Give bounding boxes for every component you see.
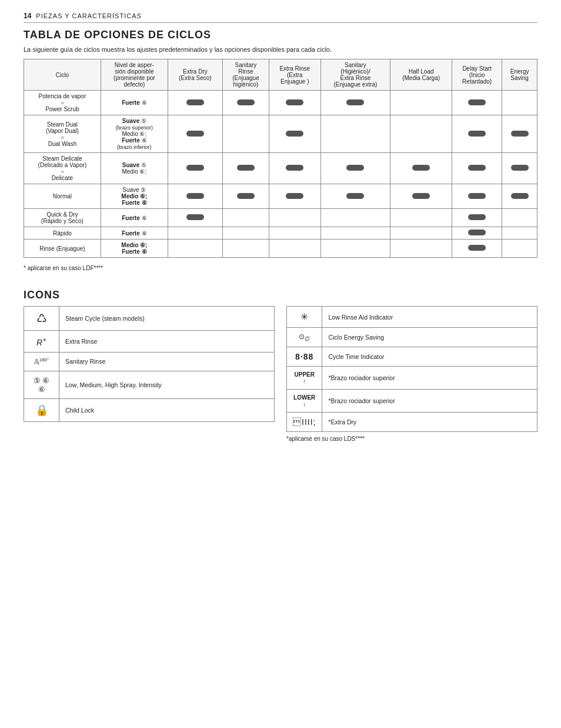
icons-left-col: ♺ Steam Cycle (steam models) R+ Extra Ri… (24, 306, 275, 442)
delay-powerscrub (452, 91, 502, 115)
spray-rinse: Medio ⑥;Fuerte ⑥ (101, 240, 168, 258)
icons-right-table: ✳ Low Rinse Aid Indicator ⊙∅ Ciclo Energ… (286, 306, 537, 432)
table-row: Quick & Dry(Rápido y Seco) Fuerte ⑥ (24, 209, 537, 227)
energy-quickdry (502, 209, 537, 227)
extra-rinse-label: Extra Rinse (59, 331, 275, 353)
halfload-rapido (390, 227, 452, 240)
extradry-rinse (168, 240, 222, 258)
upper-arm-icon: UPPER ↑ (287, 367, 322, 390)
page-section: PIEZAS Y CARACTERÍSTICAS (36, 12, 141, 19)
halfload-steamdual (390, 115, 452, 153)
icons-title: ICONS (24, 289, 537, 301)
lower-arm-icon: LOWER ↓ (287, 390, 322, 413)
col-half-load: Half Load(Media Carga) (390, 59, 452, 91)
sanextra-powerscrub (320, 91, 390, 115)
cycle-footnote: * aplicarse en su caso LDF**** (24, 265, 537, 271)
cycle-name-powerscrub: Potencia de vapor○Power Scrub (24, 91, 101, 115)
icons-section: ICONS ♺ Steam Cycle (steam models) R+ Ex… (24, 289, 537, 442)
col-sanitary-rinse: SanitaryRinse(Enjuaguehigiénico) (222, 59, 269, 91)
spray-rapido: Fuerte ⑥ (101, 227, 168, 240)
col-energy: EnergySaving (502, 59, 537, 91)
list-item: UPPER ↑ *Brazo rociador superior (287, 367, 537, 390)
table-row: Steam Dual(Vapor Dual)○Dual Wash Suave ⑤… (24, 115, 537, 153)
child-lock-icon: 🔒 (24, 398, 59, 421)
spray-intensity-icon: ⑤ ⑥ ⑥ (24, 371, 59, 398)
col-spray: Nivel de asper-sión disponible(prominent… (101, 59, 168, 91)
extrarinse-quickdry (269, 209, 320, 227)
cycle-title: TABLA DE OPCIONES DE CICLOS (24, 29, 537, 41)
icons-grid: ♺ Steam Cycle (steam models) R+ Extra Ri… (24, 306, 537, 442)
sanrinse-rinse (222, 240, 269, 258)
table-row: Rinse (Enjuague) Medio ⑥;Fuerte ⑥ (24, 240, 537, 258)
cycle-time-icon: 8·88 (287, 347, 322, 367)
delay-steamdual (452, 115, 502, 153)
extra-dry-icon: IIII; (287, 413, 322, 432)
list-item: ⑤ ⑥ ⑥ Low, Medium, High Spray, Intensity (24, 371, 275, 398)
col-extra-dry: Extra Dry(Extra Seco) (168, 59, 222, 91)
table-row: Steam Delicate(Delicado a Vapor)○Delicat… (24, 153, 537, 184)
delay-normal (452, 184, 502, 209)
col-ciclo: Ciclo (24, 59, 101, 91)
upper-arm-label: *Brazo rociador superior (322, 367, 537, 390)
icons-right-col: ✳ Low Rinse Aid Indicator ⊙∅ Ciclo Energ… (286, 306, 537, 442)
sanextra-steamdelicate (320, 153, 390, 184)
energy-rinse (502, 240, 537, 258)
page-header: 14 PIEZAS Y CARACTERÍSTICAS (24, 12, 537, 23)
icons-footnote: *aplicarse en su caso LDS**** (286, 436, 537, 442)
steam-cycle-icon: ♺ (24, 307, 59, 331)
extra-dry-label: *Extra Dry (322, 413, 537, 432)
halfload-quickdry (390, 209, 452, 227)
sanextra-steamdual (320, 115, 390, 153)
cycle-desc: La siguiente guía de ciclos muestra los … (24, 46, 537, 53)
icons-left-table: ♺ Steam Cycle (steam models) R+ Extra Ri… (24, 306, 275, 422)
table-row: Rápido Fuerte ⑥ (24, 227, 537, 240)
halfload-steamdelicate (390, 153, 452, 184)
energy-saving-label: Ciclo Energy Saving (322, 328, 537, 347)
energy-normal (502, 184, 537, 209)
list-item: ⊙∅ Ciclo Energy Saving (287, 328, 537, 347)
spray-intensity-label: Low, Medium, High Spray, Intensity (59, 371, 275, 398)
sanextra-rapido (320, 227, 390, 240)
extrarinse-rinse (269, 240, 320, 258)
extradry-rapido (168, 227, 222, 240)
spray-powerscrub: Fuerte ⑥ (101, 91, 168, 115)
sanrinse-steamdelicate (222, 153, 269, 184)
cycle-name-steamdual: Steam Dual(Vapor Dual)○Dual Wash (24, 115, 101, 153)
steam-cycle-label: Steam Cycle (steam models) (59, 307, 275, 331)
cycle-options-table: Ciclo Nivel de asper-sión disponible(pro… (24, 59, 537, 258)
list-item: 𝔸160° Sanitary Rinse (24, 352, 275, 371)
cycle-time-label: Cycle Time Indicator (322, 347, 537, 367)
rinse-aid-label: Low Rinse Aid Indicator (322, 307, 537, 328)
halfload-normal (390, 184, 452, 209)
sanitary-rinse-icon: 𝔸160° (24, 352, 59, 371)
energy-steamdual (502, 115, 537, 153)
halfload-rinse (390, 240, 452, 258)
list-item: R+ Extra Rinse (24, 331, 275, 353)
col-delay-start: Delay Start(InicioRetardado) (452, 59, 502, 91)
lower-arm-label: *Brazo rociador superior (322, 390, 537, 413)
list-item: 8·88 Cycle Time Indicator (287, 347, 537, 367)
spray-steamdual: Suave ⑤(brazo superior)Medio ⑥;Fuerte ⑥(… (101, 115, 168, 153)
spray-quickdry: Fuerte ⑥ (101, 209, 168, 227)
page-number: 14 (24, 12, 31, 20)
sanrinse-normal (222, 184, 269, 209)
extradry-steamdual (168, 115, 222, 153)
sanitary-rinse-label: Sanitary Rinse (59, 352, 275, 371)
delay-rapido (452, 227, 502, 240)
sanrinse-rapido (222, 227, 269, 240)
sanextra-quickdry (320, 209, 390, 227)
delay-quickdry (452, 209, 502, 227)
extrarinse-steamdual (269, 115, 320, 153)
cycle-name-quickdry: Quick & Dry(Rápido y Seco) (24, 209, 101, 227)
halfload-powerscrub (390, 91, 452, 115)
col-sanitary-extra: Sanitary(Higiénico)/Extra Rinse(Enjuague… (320, 59, 390, 91)
list-item: 🔒 Child Lock (24, 398, 275, 421)
extrarinse-rapido (269, 227, 320, 240)
cycle-name-rapido: Rápido (24, 227, 101, 240)
energy-powerscrub (502, 91, 537, 115)
extradry-quickdry (168, 209, 222, 227)
energy-saving-icon: ⊙∅ (287, 328, 322, 347)
cycle-name-rinse: Rinse (Enjuague) (24, 240, 101, 258)
extrarinse-normal (269, 184, 320, 209)
delay-steamdelicate (452, 153, 502, 184)
